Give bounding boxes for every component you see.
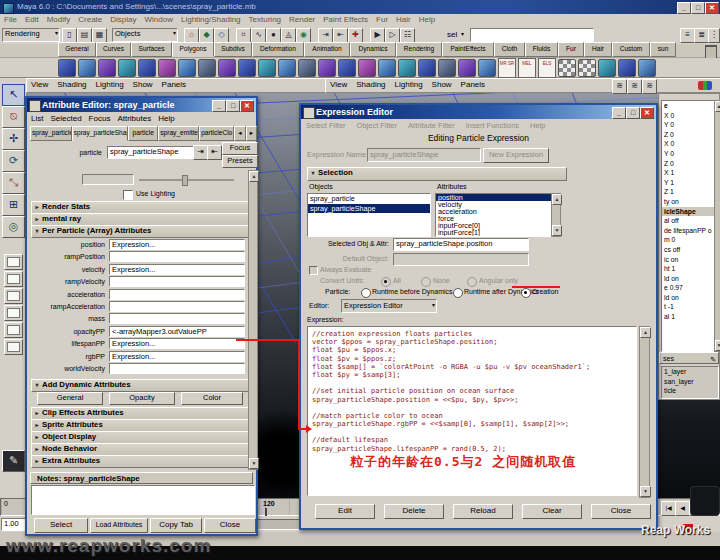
shelf-poly-plane-icon[interactable] <box>138 59 156 77</box>
show-toolbox-icon[interactable]: ≡ <box>680 28 695 43</box>
attr-field-rampvelocity[interactable] <box>109 276 245 287</box>
scroll-down-icon[interactable]: ▼ <box>640 486 651 497</box>
channel-row[interactable]: cs off <box>662 245 714 255</box>
panel-menu-lighting[interactable]: Lighting <box>395 79 423 92</box>
scroll-up-icon[interactable]: ▲ <box>640 327 651 338</box>
shelf-tab-custom[interactable]: Custom <box>612 42 650 57</box>
attr-field-position[interactable]: Expression... <box>109 239 245 250</box>
channel-row[interactable]: X 0 <box>662 139 714 149</box>
tab-particle[interactable]: particle <box>128 126 158 141</box>
tab-scroll-right-icon[interactable]: ▸ <box>246 126 257 141</box>
expression-code-area[interactable]: //creation expression floats particles v… <box>307 326 637 496</box>
panel-menu-shading[interactable]: Shading <box>57 79 86 92</box>
scroll-down-icon[interactable]: ▼ <box>552 225 562 236</box>
menu-file[interactable]: File <box>4 15 17 24</box>
shelf-extrude-icon[interactable] <box>298 59 316 77</box>
paint-effects-panel-button[interactable]: ✎ <box>2 450 25 472</box>
shelf-mirror-icon[interactable] <box>438 59 456 77</box>
breakout-icon-button[interactable]: ⇤ <box>207 145 222 160</box>
attributes-scrollbar[interactable]: ▲ ▼ <box>551 193 561 237</box>
attr-field-rampacceleration[interactable] <box>109 301 245 312</box>
menu-hair[interactable]: Hair <box>396 15 411 24</box>
shelf-mel-script-icon[interactable]: MEL <box>518 58 536 78</box>
panel-menu-panels[interactable]: Panels <box>461 79 485 92</box>
save-scene-icon[interactable]: ▦ <box>92 28 107 43</box>
shelf-poly-helix-icon[interactable] <box>238 59 256 77</box>
panel-menu-lighting[interactable]: Lighting <box>96 79 124 92</box>
panel-layout-toggle-icon[interactable]: ≋ <box>642 79 657 94</box>
shelf-poly-platonic-icon[interactable] <box>278 59 296 77</box>
channel-row[interactable]: X 0 <box>662 111 714 121</box>
expression-name-input[interactable]: spray_particleShape <box>367 148 481 162</box>
menu-help[interactable]: Help <box>419 15 435 24</box>
channel-row[interactable]: ht 1 <box>662 264 714 274</box>
select-hierarchy-icon[interactable]: ⌂ <box>184 28 199 43</box>
section-add-dynamic[interactable]: ▾Add Dynamic Attributes <box>31 379 249 392</box>
panel-menu-show[interactable]: Show <box>432 79 452 92</box>
shelf-tab-dynamics[interactable]: Dynamics <box>350 42 396 57</box>
copy-tab-button[interactable]: Copy Tab <box>150 518 202 533</box>
ee-menu-attribute-filter[interactable]: Attribute Filter <box>408 121 455 130</box>
panel-menu-view[interactable]: View <box>31 79 48 92</box>
convert-units-all-radio[interactable] <box>381 277 391 287</box>
add-opacity-button[interactable]: Opacity <box>109 392 175 405</box>
menu-set-selector[interactable]: Rendering▾ <box>2 28 60 42</box>
shelf-poly-cube-icon[interactable] <box>58 59 76 77</box>
add-color-button[interactable]: Color <box>181 392 243 405</box>
tab-spray-particleshape[interactable]: spray_particleShape <box>72 126 128 141</box>
layer-item[interactable]: san_layer <box>662 377 718 387</box>
show-attr-editor-icon[interactable]: ≣ <box>694 28 709 43</box>
shelf-tab-fluids[interactable]: Fluids <box>525 42 558 57</box>
snap-plane-icon[interactable]: ◬ <box>281 28 296 43</box>
maximize-button[interactable]: □ <box>226 100 240 112</box>
attr-field-rampposition[interactable] <box>109 251 245 262</box>
ae-menu-selected[interactable]: Selected <box>50 114 81 123</box>
object-item-selected[interactable]: spray_particleShape <box>308 204 430 214</box>
selection-mask-selector[interactable]: Objects▾ <box>112 28 178 42</box>
ae-scrollbar[interactable]: ▲ ▼ <box>248 170 258 470</box>
channel-row[interactable]: ld on <box>662 274 714 284</box>
ae-menu-attributes[interactable]: Attributes <box>117 114 151 123</box>
section-extra-attributes[interactable]: ▸Extra Attributes <box>31 455 249 468</box>
tab-spray-emitter[interactable]: spray_emitter <box>158 126 199 141</box>
panel-menu-panels[interactable]: Panels <box>162 79 186 92</box>
shelf-tab-deformation[interactable]: Deformation <box>252 42 304 57</box>
select-tool-button[interactable]: ↖ <box>2 84 25 106</box>
menu-window[interactable]: Window <box>145 15 173 24</box>
snap-point-icon[interactable]: ● <box>266 28 281 43</box>
default-object-input[interactable] <box>393 253 529 266</box>
attributes-list[interactable]: position velocity acceleration force inp… <box>435 193 553 237</box>
object-item[interactable]: spray_particle <box>308 194 430 204</box>
section-per-particle[interactable]: ▾Per Particle (Array) Attributes <box>31 225 249 238</box>
shelf-tab-fur[interactable]: Fur <box>558 42 584 57</box>
attr-field-acceleration[interactable] <box>109 289 245 300</box>
shelf-poly-cylinder-icon[interactable] <box>98 59 116 77</box>
tab-spray-particle[interactable]: spray_particle <box>30 126 72 141</box>
lasso-tool-button[interactable]: ⍉ <box>2 106 25 128</box>
channel-row[interactable]: e 0.97 <box>662 283 714 293</box>
always-evaluate-checkbox[interactable] <box>309 266 318 275</box>
clear-button[interactable]: Clear <box>522 504 582 519</box>
rotate-tool-button[interactable]: ⟳ <box>2 150 25 172</box>
shelf-tab-surfaces[interactable]: Surfaces <box>131 42 172 57</box>
shelf-mel-script-icon[interactable]: ELS <box>538 58 556 78</box>
creation-radio[interactable] <box>521 288 531 298</box>
select-object-icon[interactable]: ◆ <box>199 28 214 43</box>
channel-row[interactable]: Z 0 <box>662 130 714 140</box>
shelf-split-icon[interactable] <box>378 59 396 77</box>
channel-row[interactable]: t -1 <box>662 302 714 312</box>
shelf-tab-subdivs[interactable]: Subdivs <box>214 42 252 57</box>
layer-item[interactable]: 1_layer <box>662 367 718 377</box>
panel-layout-toggle-icon[interactable]: ≋ <box>612 79 627 94</box>
presets-button[interactable]: Presets <box>222 155 258 168</box>
render-icon[interactable]: ▶ <box>370 28 385 43</box>
construction-history-icon[interactable]: ✚ <box>348 28 363 43</box>
delete-button[interactable]: Delete <box>384 504 444 519</box>
scroll-up-icon[interactable]: ▲ <box>715 101 720 112</box>
minimize-button[interactable]: _ <box>677 2 691 14</box>
node-name-input[interactable]: spray_particleShape <box>107 146 195 159</box>
tab-scroll-left-icon[interactable]: ◂ <box>234 126 245 141</box>
attr-field-worldvelocity[interactable] <box>109 363 245 374</box>
layout-hypershade-button[interactable] <box>4 322 23 338</box>
selected-obj-attr-input[interactable]: spray_particleShape.position <box>393 238 529 251</box>
